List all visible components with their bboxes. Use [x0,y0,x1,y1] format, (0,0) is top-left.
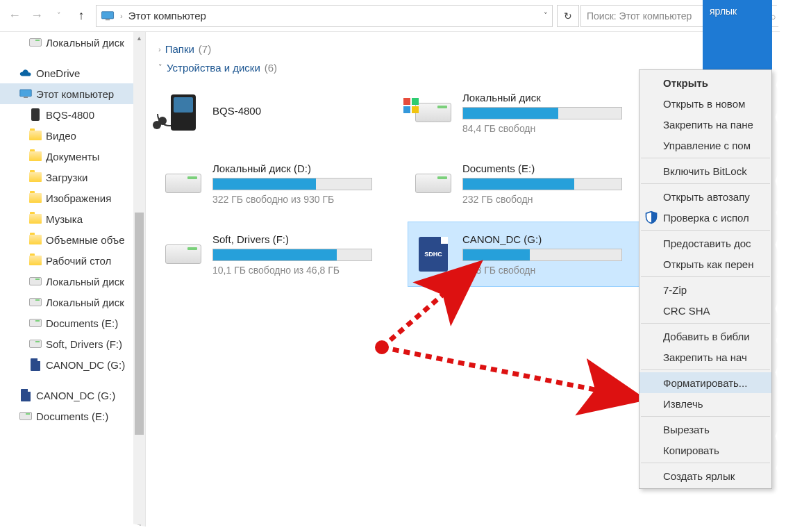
menu-separator [641,323,770,324]
tree-item-label: Локальный диск [46,297,124,308]
drive-item[interactable]: BQS-4800 [158,81,394,144]
menu-separator [641,463,770,463]
tree-item[interactable]: Музыка [0,208,145,229]
disk-icon [19,412,32,420]
menu-separator [641,369,770,370]
tree-item[interactable]: Документы [0,146,145,167]
nav-forward-button: → [26,6,47,26]
menu-item[interactable]: Вырезать [639,419,771,440]
svg-rect-2 [20,90,32,97]
menu-item-label: Извлечь [663,398,703,410]
sd-card-icon [419,237,448,272]
tree-item[interactable]: Documents (E:) [0,406,145,426]
menu-item[interactable]: Создать ярлык [639,465,771,486]
pc-icon [19,89,32,99]
menu-item[interactable]: Проверка с испол [639,207,771,228]
context-menu: ОткрытьОткрыть в новомЗакрепить на панеУ… [639,69,772,489]
tree-item-label: Documents (E:) [36,410,108,422]
tree-item-label: BQS-4800 [46,109,94,121]
mp3-player-icon [31,108,40,121]
folder-icon [29,214,42,224]
tree-item[interactable]: Объемные объе [0,229,145,250]
tree-item[interactable]: OneDrive [0,63,145,83]
tree-item[interactable]: CANON_DC (G:) [0,385,145,406]
tree-item[interactable]: Этот компьютер [0,83,145,104]
tree-item-label: Загрузки [46,172,87,183]
storage-bar [462,249,622,261]
tree-item[interactable]: Рабочий стол [0,250,145,271]
refresh-button[interactable]: ↻ [557,5,579,27]
disk-icon [165,244,201,264]
menu-item[interactable]: Управление с пом [639,135,771,156]
storage-bar [462,178,622,190]
svg-rect-3 [24,97,28,99]
disk-icon [29,38,42,47]
tree-item[interactable]: BQS-4800 [0,104,145,125]
tree-item[interactable]: Локальный диск [0,32,145,53]
menu-separator [641,416,770,417]
menu-item[interactable]: Извлечь [639,393,771,414]
storage-bar [212,178,372,190]
folder-icon [29,172,42,182]
menu-item[interactable]: Добавить в библи [639,326,771,347]
breadcrumb-location[interactable]: Этот компьютер [128,10,206,22]
menu-item[interactable]: Форматировать... [639,372,771,393]
tree-item-label: OneDrive [36,67,80,79]
address-box[interactable]: › Этот компьютер ˅ [96,5,553,27]
storage-bar [212,249,372,261]
menu-item[interactable]: Открыть [639,72,771,93]
address-dropdown-icon[interactable]: ˅ [544,11,548,20]
nav-recent-dropdown[interactable]: ˅ [49,6,69,26]
tree-item[interactable]: Загрузки [0,167,145,188]
tree-item[interactable]: Изображения [0,188,145,208]
menu-item-label: Включить BitLock [663,165,747,177]
disk-icon [29,319,42,327]
scroll-thumb[interactable] [135,213,144,435]
drive-item[interactable]: Documents (E:)232 ГБ свободн [408,151,644,215]
address-bar: ← → ˅ ↑ › Этот компьютер ˅ ↻ Поиск: Этот… [0,0,786,32]
drive-name: Documents (E:) [462,163,639,174]
drive-free-space: 10,1 ГБ свободно из 46,8 ГБ [212,265,389,276]
menu-item[interactable]: Закрепить на пане [639,114,771,135]
tree-item-label: Рабочий стол [46,255,111,267]
drive-free-space: 232 ГБ свободн [462,194,639,205]
folder-icon [29,131,42,140]
folder-icon [29,151,42,161]
menu-item-label: Создать ярлык [663,470,735,482]
drive-name: CANON_DC (G:) [462,233,639,245]
menu-item-label: Открыть в новом [663,98,745,110]
menu-item-label: Открыть как перен [663,258,753,270]
folder-icon [29,256,42,265]
menu-item[interactable]: Открыть в новом [639,93,771,114]
folder-icon [29,235,42,244]
menu-item-label: Вырезать [663,424,710,435]
group-count: (6) [265,62,277,74]
menu-item[interactable]: Предоставить дос [639,233,771,253]
sidebar-scrollbar[interactable]: ▲ ▼ [133,32,145,532]
nav-back-button[interactable]: ← [4,6,25,26]
menu-item[interactable]: Копировать [639,440,771,460]
menu-item[interactable]: 7-Zip [639,279,771,300]
tree-item-label: Этот компьютер [36,88,114,100]
menu-item[interactable]: Закрепить на нач [639,347,771,367]
drive-item[interactable]: Soft, Drivers (F:)10,1 ГБ свободно из 46… [158,222,394,286]
tree-item[interactable]: Видео [0,125,145,146]
drive-item[interactable]: Локальный диск84,4 ГБ свободн [408,81,644,144]
tree-item[interactable]: Documents (E:) [0,313,145,333]
menu-item[interactable]: Открыть автозапу [639,186,771,207]
tree-item[interactable]: CANON_DC (G:) [0,354,145,375]
menu-item-label: Добавить в библи [663,331,750,342]
menu-item[interactable]: Открыть как перен [639,253,771,274]
desktop-background-peek: ярлык [703,0,772,69]
nav-up-button[interactable]: ↑ [71,6,92,26]
drive-item[interactable]: CANON_DC (G:)4,33 ГБ свободн [408,222,644,286]
drive-item[interactable]: Локальный диск (D:)322 ГБ свободно из 93… [158,151,394,215]
tree-item[interactable]: Локальный диск [0,271,145,292]
tree-item[interactable]: Локальный диск [0,292,145,313]
menu-item[interactable]: Включить BitLock [639,160,771,181]
menu-item[interactable]: CRC SHA [639,300,771,321]
disk-icon [165,174,201,193]
tree-item[interactable]: Soft, Drivers (F:) [0,333,145,354]
group-header-folders[interactable]: › Папки (7) [158,43,786,55]
scroll-up-icon[interactable]: ▲ [133,32,145,44]
